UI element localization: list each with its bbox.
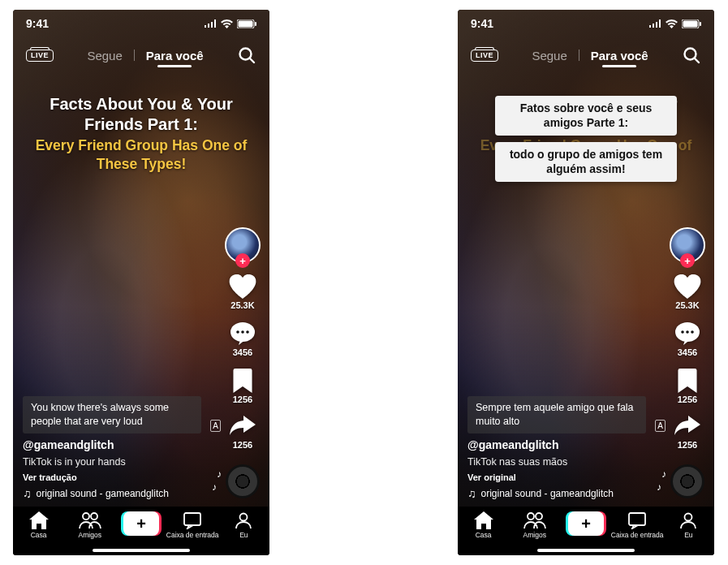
heart-icon — [674, 274, 701, 299]
subtitle-text: You know there's always some people that… — [31, 402, 169, 427]
tab-inbox[interactable]: Caixa de entrada — [613, 511, 661, 539]
like-button[interactable]: 25.3K — [674, 274, 701, 310]
sound-row[interactable]: ♫ original sound - gameandglitch — [467, 487, 656, 500]
plus-icon: + — [581, 515, 591, 532]
svg-point-21 — [691, 330, 694, 334]
translated-sticker-1[interactable]: Fatos sobre você e seus amigos Parte 1: — [495, 96, 677, 136]
comment-button[interactable]: 3456 — [674, 321, 700, 357]
live-button[interactable]: LIVE — [471, 50, 498, 62]
translated-sticker-overlay: Fatos sobre você e seus amigos Parte 1: … — [458, 96, 714, 182]
status-icons — [204, 19, 256, 28]
subtitle-caption[interactable]: You know there's always some people that… — [23, 396, 201, 433]
inbox-icon — [627, 511, 647, 529]
video-description[interactable]: TikTok is in your hands — [23, 456, 211, 468]
subtitle-caption[interactable]: Sempre tem aquele amigo que fala muito a… — [467, 396, 646, 433]
tab-create[interactable]: + — [562, 511, 610, 536]
tab-for-you[interactable]: Para você — [146, 49, 204, 63]
music-note-icon: ♫ — [467, 487, 476, 500]
tab-friends[interactable]: Amigos — [510, 511, 559, 539]
tab-following[interactable]: Segue — [532, 49, 566, 63]
profile-icon — [679, 511, 697, 529]
home-icon — [29, 511, 49, 529]
like-button[interactable]: 25.3K — [229, 274, 256, 310]
save-button[interactable]: 1256 — [678, 369, 697, 404]
svg-point-23 — [536, 513, 542, 520]
translate-link[interactable]: Ver original — [467, 472, 656, 482]
author-username[interactable]: @gameandglitch — [23, 438, 211, 451]
tab-home[interactable]: Casa — [15, 511, 63, 539]
sound-name: original sound - gameandglitch — [481, 488, 614, 499]
share-count: 1256 — [233, 440, 252, 450]
svg-point-20 — [686, 330, 689, 334]
follow-plus-icon[interactable]: + — [235, 253, 250, 268]
svg-rect-1 — [239, 20, 253, 27]
bottom-tab-bar: Casa Amigos + Caixa de entrada Eu — [13, 507, 269, 555]
author-avatar[interactable]: + — [225, 227, 261, 263]
share-button[interactable]: 1256 — [674, 416, 700, 450]
wifi-icon — [666, 19, 678, 28]
share-button[interactable]: 1256 — [230, 416, 256, 450]
svg-point-8 — [246, 330, 249, 334]
share-icon — [230, 416, 256, 438]
top-nav: LIVE Segue Para você — [13, 39, 269, 71]
cc-badge-icon: A — [210, 420, 221, 433]
save-count: 1256 — [233, 395, 252, 404]
translate-link[interactable]: Ver tradução — [23, 472, 211, 482]
search-icon[interactable] — [237, 45, 256, 65]
search-icon[interactable] — [682, 45, 701, 65]
svg-rect-2 — [255, 22, 256, 26]
tab-profile[interactable]: Eu — [219, 511, 268, 539]
tab-label: Amigos — [79, 531, 101, 539]
tab-separator — [134, 50, 135, 61]
tab-home[interactable]: Casa — [459, 511, 508, 539]
share-icon — [674, 416, 700, 438]
tab-label: Caixa de entrada — [611, 531, 664, 539]
live-button[interactable]: LIVE — [26, 50, 54, 62]
comment-icon — [674, 321, 700, 346]
phone-screenshot-original: 9:41 LIVE Segue Para você Facts About Yo… — [13, 10, 269, 555]
svg-line-4 — [250, 58, 254, 63]
plus-icon: + — [136, 515, 146, 532]
create-button[interactable]: + — [123, 511, 159, 536]
bookmark-icon — [233, 369, 252, 393]
tab-profile[interactable]: Eu — [664, 511, 713, 539]
tab-inbox[interactable]: Caixa de entrada — [168, 511, 217, 539]
tab-label: Eu — [239, 531, 248, 539]
tab-label: Amigos — [523, 531, 546, 539]
home-indicator — [93, 549, 190, 552]
tab-label: Casa — [476, 531, 492, 539]
translated-sticker-2[interactable]: todo o grupo de amigos tem alguém assim! — [495, 142, 677, 182]
share-count: 1256 — [678, 440, 697, 450]
comment-icon — [230, 321, 256, 346]
save-button[interactable]: 1256 — [233, 369, 252, 404]
follow-plus-icon[interactable]: + — [680, 253, 695, 268]
status-bar: 9:41 — [13, 10, 269, 37]
friends-icon — [79, 511, 101, 529]
video-headline-overlay: Facts About You & Your Friends Part 1: E… — [13, 94, 269, 174]
top-nav: LIVE Segue Para você — [458, 39, 714, 71]
tab-friends[interactable]: Amigos — [66, 511, 114, 539]
svg-rect-14 — [683, 20, 698, 27]
subtitle-text: Sempre tem aquele amigo que fala muito a… — [476, 402, 634, 427]
status-icons — [648, 19, 701, 28]
author-avatar[interactable]: + — [670, 227, 705, 263]
sound-disc[interactable] — [226, 464, 260, 498]
tab-label: Eu — [684, 531, 692, 539]
feed-tabs: Segue Para você — [87, 49, 203, 63]
tab-create[interactable]: + — [117, 511, 166, 536]
music-note-icon: ♫ — [23, 487, 32, 500]
create-button[interactable]: + — [568, 511, 604, 536]
action-rail: + 25.3K 3456 1256 1256 — [222, 227, 263, 498]
author-username[interactable]: @gameandglitch — [467, 438, 656, 451]
headline-line-1: Facts About You & Your Friends Part 1: — [31, 94, 252, 135]
svg-point-9 — [83, 513, 89, 520]
sound-disc[interactable] — [670, 464, 704, 498]
svg-point-25 — [685, 514, 692, 521]
tab-following[interactable]: Segue — [87, 49, 122, 63]
status-time: 9:41 — [26, 17, 49, 30]
comment-button[interactable]: 3456 — [230, 321, 256, 357]
video-description[interactable]: TikTok nas suas mãos — [467, 456, 656, 468]
svg-rect-11 — [184, 513, 200, 525]
tab-for-you[interactable]: Para você — [591, 49, 648, 63]
sound-row[interactable]: ♫ original sound - gameandglitch — [23, 487, 211, 500]
